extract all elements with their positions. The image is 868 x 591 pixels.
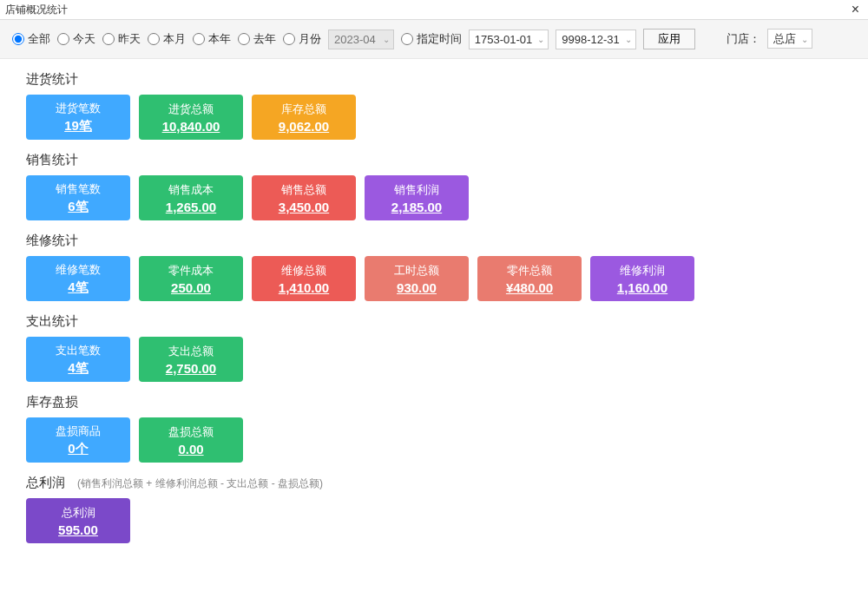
card-label: 工时总额: [394, 263, 439, 279]
radio-this-year-label: 本年: [208, 31, 231, 47]
card-label: 库存总额: [281, 102, 326, 117]
card-label: 进货笔数: [56, 101, 101, 116]
radio-last-year-input[interactable]: [238, 33, 250, 45]
section-expense: 支出统计 支出笔数4笔支出总额2,750.00: [26, 313, 842, 382]
radio-this-month-label: 本月: [163, 31, 186, 47]
card-value[interactable]: 1,265.00: [166, 200, 216, 214]
stat-card[interactable]: 工时总额930.00: [365, 256, 469, 301]
card-value[interactable]: 9,062.00: [279, 119, 329, 134]
stat-card[interactable]: 进货总额10,840.00: [139, 95, 243, 140]
stat-card[interactable]: 进货笔数19笔: [26, 95, 130, 140]
section-title-expense: 支出统计: [26, 313, 78, 330]
stat-card[interactable]: 销售总额3,450.00: [252, 175, 356, 220]
radio-yesterday[interactable]: 昨天: [102, 31, 141, 47]
section-sales: 销售统计 销售笔数6笔销售成本1,265.00销售总额3,450.00销售利润2…: [26, 152, 842, 220]
section-loss: 库存盘损 盘损商品0个盘损总额0.00: [26, 394, 842, 463]
section-title-profit: 总利润: [26, 475, 65, 491]
card-value[interactable]: ¥480.00: [506, 280, 553, 295]
section-note-profit: (销售利润总额 + 维修利润总额 - 支出总额 - 盘损总额): [77, 476, 323, 491]
radio-this-month[interactable]: 本月: [148, 31, 186, 47]
radio-last-year-label: 去年: [253, 31, 276, 47]
section-title-purchase: 进货统计: [26, 71, 78, 88]
filter-bar: 全部 今天 昨天 本月 本年 去年 月份 2023-04 ⌄ 指定时间 1753…: [0, 20, 868, 59]
card-value[interactable]: 250.00: [171, 280, 211, 295]
radio-custom-time-input[interactable]: [401, 33, 413, 45]
section-title-loss: 库存盘损: [26, 394, 78, 410]
card-label: 维修总额: [281, 263, 326, 279]
radio-last-year[interactable]: 去年: [238, 31, 276, 47]
card-label: 销售总额: [281, 182, 326, 198]
card-label: 销售笔数: [56, 181, 101, 197]
radio-today[interactable]: 今天: [57, 31, 95, 47]
cards-repair: 维修笔数4笔零件成本250.00维修总额1,410.00工时总额930.00零件…: [26, 256, 842, 301]
content-area: 进货统计 进货笔数19笔进货总额10,840.00库存总额9,062.00 销售…: [0, 59, 868, 568]
radio-this-month-input[interactable]: [148, 33, 160, 45]
radio-today-input[interactable]: [57, 33, 69, 45]
card-value[interactable]: 1,160.00: [617, 280, 667, 295]
radio-yesterday-input[interactable]: [102, 33, 115, 45]
stat-card[interactable]: 零件总额¥480.00: [477, 256, 582, 301]
stat-card[interactable]: 销售利润2,185.00: [365, 175, 469, 220]
month-select[interactable]: 2023-04: [328, 30, 394, 49]
card-label: 盘损商品: [56, 424, 101, 439]
store-label: 门店：: [727, 31, 760, 47]
card-value[interactable]: 0个: [68, 441, 88, 457]
card-value[interactable]: 3,450.00: [279, 200, 329, 214]
stat-card[interactable]: 库存总额9,062.00: [252, 95, 356, 140]
date-from-input[interactable]: 1753-01-01: [469, 30, 549, 49]
card-label: 总利润: [62, 505, 95, 521]
stat-card[interactable]: 维修总额1,410.00: [252, 256, 356, 301]
cards-expense: 支出笔数4笔支出总额2,750.00: [26, 337, 842, 382]
cards-loss: 盘损商品0个盘损总额0.00: [26, 417, 842, 463]
section-purchase: 进货统计 进货笔数19笔进货总额10,840.00库存总额9,062.00: [26, 71, 842, 140]
card-value[interactable]: 2,185.00: [391, 200, 442, 214]
card-value[interactable]: 4笔: [68, 360, 88, 377]
close-icon[interactable]: ×: [848, 2, 863, 17]
card-value[interactable]: 930.00: [397, 280, 437, 295]
radio-today-label: 今天: [73, 31, 95, 47]
cards-purchase: 进货笔数19笔进货总额10,840.00库存总额9,062.00: [26, 95, 842, 140]
card-value[interactable]: 595.00: [58, 522, 98, 537]
stat-card[interactable]: 维修利润1,160.00: [590, 256, 694, 301]
card-value[interactable]: 2,750.00: [166, 361, 216, 376]
card-value[interactable]: 0.00: [178, 442, 203, 456]
stat-card[interactable]: 支出笔数4笔: [26, 337, 130, 382]
card-value[interactable]: 6笔: [68, 199, 88, 215]
card-label: 零件成本: [168, 263, 214, 279]
radio-custom-time[interactable]: 指定时间: [401, 31, 462, 47]
card-label: 维修利润: [620, 263, 665, 279]
card-value[interactable]: 4笔: [68, 279, 88, 296]
stat-card[interactable]: 维修笔数4笔: [26, 256, 130, 301]
date-to-input[interactable]: 9998-12-31: [556, 30, 636, 49]
cards-profit: 总利润595.00: [26, 498, 842, 543]
stat-card[interactable]: 总利润595.00: [26, 498, 130, 543]
card-label: 盘损总额: [168, 424, 214, 440]
stat-card[interactable]: 支出总额2,750.00: [139, 337, 243, 382]
store-select[interactable]: 总店: [767, 29, 812, 49]
stat-card[interactable]: 盘损总额0.00: [139, 417, 243, 463]
card-label: 维修笔数: [56, 262, 101, 278]
section-repair: 维修统计 维修笔数4笔零件成本250.00维修总额1,410.00工时总额930…: [26, 233, 842, 301]
card-value[interactable]: 19笔: [64, 118, 92, 135]
radio-this-year[interactable]: 本年: [193, 31, 231, 47]
radio-yesterday-label: 昨天: [118, 31, 141, 47]
card-label: 支出总额: [168, 344, 214, 359]
card-label: 销售成本: [168, 182, 214, 198]
card-value[interactable]: 10,840.00: [162, 119, 220, 134]
radio-all-input[interactable]: [12, 33, 24, 45]
card-label: 零件总额: [507, 263, 552, 279]
stat-card[interactable]: 盘损商品0个: [26, 417, 130, 463]
radio-month-input[interactable]: [283, 33, 295, 45]
radio-month[interactable]: 月份: [283, 31, 321, 47]
radio-all[interactable]: 全部: [12, 31, 50, 47]
card-value[interactable]: 1,410.00: [279, 280, 329, 295]
window-title: 店铺概况统计: [5, 3, 68, 17]
stat-card[interactable]: 销售笔数6笔: [26, 175, 130, 220]
card-label: 销售利润: [394, 182, 439, 198]
stat-card[interactable]: 销售成本1,265.00: [139, 175, 243, 220]
apply-button[interactable]: 应用: [643, 29, 695, 49]
stat-card[interactable]: 零件成本250.00: [139, 256, 243, 301]
section-title-sales: 销售统计: [26, 152, 78, 168]
card-label: 支出笔数: [56, 343, 101, 358]
radio-this-year-input[interactable]: [193, 33, 205, 45]
